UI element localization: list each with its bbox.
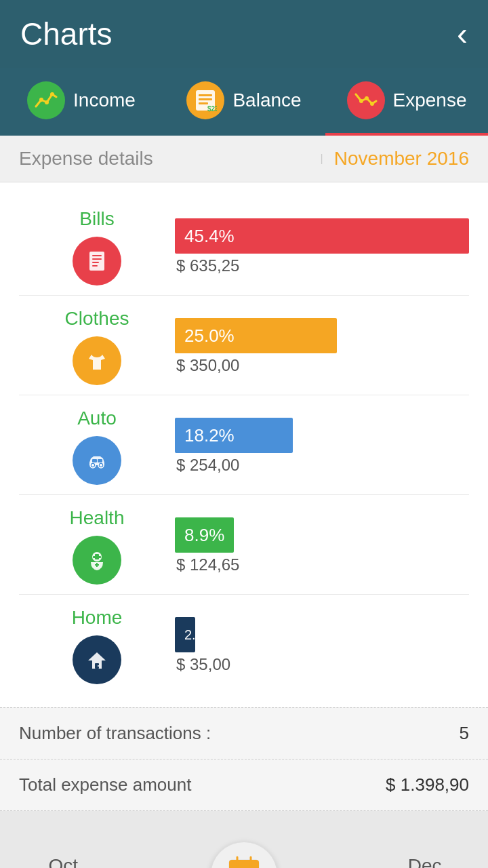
transactions-value: 5 <box>460 723 469 744</box>
prev-arrow-icon[interactable]: ‹ <box>27 861 37 868</box>
nav-next[interactable]: Dec 2016 › <box>407 855 461 868</box>
bar-clothes: 25.0% <box>175 318 337 353</box>
auto-icon <box>73 436 121 485</box>
bar-amount-home: $ 35,00 <box>175 655 469 674</box>
bar-percent-clothes: 25.0% <box>184 326 235 347</box>
bar-home: 2.5% <box>175 617 195 652</box>
bar-amount-health: $ 124,65 <box>175 555 469 574</box>
back-button[interactable]: ‹ <box>457 18 468 50</box>
bar-area-auto: 18.2% $ 254,00 <box>175 418 469 475</box>
svg-rect-21 <box>98 459 102 462</box>
svg-rect-14 <box>92 262 99 263</box>
expense-tab-label: Expense <box>393 90 467 111</box>
clothes-icon <box>73 336 121 385</box>
page-title: Charts <box>20 16 112 52</box>
bills-icon <box>73 237 121 285</box>
category-row-bills: Bills 45.4% $ 635,25 <box>0 196 488 292</box>
svg-point-2 <box>50 92 54 96</box>
summary-section: Number of transactions : 5 Total expense… <box>0 707 488 811</box>
svg-point-1 <box>45 100 49 104</box>
nav-prev[interactable]: ‹ Oct 2016 <box>27 855 81 868</box>
svg-rect-6 <box>199 102 208 104</box>
category-name-auto: Auto <box>77 408 117 429</box>
svg-rect-24 <box>93 556 101 558</box>
income-tab-icon <box>27 81 65 119</box>
prev-month-name: Oct <box>49 855 79 868</box>
category-left-bills: Bills <box>19 208 175 285</box>
section-title: Expense details <box>19 148 153 170</box>
svg-rect-4 <box>199 94 212 96</box>
bar-area-bills: 45.4% $ 635,25 <box>175 218 469 275</box>
bar-amount-bills: $ 635,25 <box>175 256 469 275</box>
category-row-home: Home 2.5% $ 35,00 <box>0 595 488 691</box>
section-header: Expense details | November 2016 <box>0 136 488 182</box>
prev-month-text: Oct 2016 <box>45 855 81 868</box>
home-icon <box>73 635 121 684</box>
svg-rect-5 <box>199 98 212 100</box>
section-divider: | <box>321 153 323 165</box>
svg-rect-12 <box>92 255 102 256</box>
bottom-navigation: ‹ Oct 2016 Dec <box>0 811 488 868</box>
category-name-health: Health <box>70 507 125 529</box>
transactions-row: Number of transactions : 5 <box>0 708 488 760</box>
svg-rect-20 <box>92 459 97 462</box>
bar-auto: 18.2% <box>175 418 293 453</box>
bar-amount-clothes: $ 350,00 <box>175 356 469 375</box>
category-name-clothes: Clothes <box>65 308 129 330</box>
balance-tab-icon: $23 <box>186 81 224 119</box>
category-left-home: Home <box>19 607 175 684</box>
svg-point-0 <box>39 98 43 102</box>
transactions-label: Number of transactions : <box>19 723 211 744</box>
bar-area-clothes: 25.0% $ 350,00 <box>175 318 469 375</box>
total-value: $ 1.398,90 <box>386 774 469 795</box>
bar-area-health: 8.9% $ 124,65 <box>175 517 469 574</box>
total-row: Total expense amount $ 1.398,90 <box>0 760 488 811</box>
tab-bar: Income $23 Balance Expense <box>0 68 488 136</box>
section-date-area: | November 2016 <box>321 148 469 170</box>
next-month-name: Dec <box>408 855 442 868</box>
svg-text:$23: $23 <box>207 105 217 113</box>
tab-expense[interactable]: Expense <box>325 68 488 136</box>
balance-tab-label: Balance <box>232 90 301 111</box>
category-row-auto: Auto 18.2% $ 254,00 <box>0 395 488 492</box>
tab-income[interactable]: Income <box>0 68 163 136</box>
section-date: November 2016 <box>334 148 469 170</box>
calendar-button[interactable] <box>210 842 278 868</box>
bar-percent-auto: 18.2% <box>184 425 235 446</box>
total-label: Total expense amount <box>19 774 191 795</box>
svg-point-29 <box>98 665 99 667</box>
bar-percent-health: 8.9% <box>184 525 224 546</box>
bar-area-home: 2.5% $ 35,00 <box>175 617 469 674</box>
expense-list: Bills 45.4% $ 635,25 Clothes <box>0 182 488 707</box>
category-row-health: Health 8.9% $ 124,65 <box>0 495 488 591</box>
svg-point-9 <box>365 96 369 100</box>
income-tab-label: Income <box>73 90 136 111</box>
next-month-text: Dec 2016 <box>407 855 443 868</box>
svg-point-10 <box>370 102 374 106</box>
category-left-health: Health <box>19 507 175 585</box>
category-left-auto: Auto <box>19 408 175 485</box>
category-name-bills: Bills <box>79 208 114 230</box>
next-arrow-icon[interactable]: › <box>451 861 461 868</box>
bar-amount-auto: $ 254,00 <box>175 456 469 475</box>
header: Charts ‹ <box>0 0 488 68</box>
svg-rect-13 <box>92 258 102 260</box>
bar-percent-home: 2.5% <box>184 627 216 643</box>
category-left-clothes: Clothes <box>19 308 175 385</box>
bar-health: 8.9% <box>175 517 234 553</box>
svg-point-18 <box>92 464 94 467</box>
svg-rect-15 <box>92 265 98 267</box>
svg-point-8 <box>359 99 363 103</box>
calendar-icon <box>226 854 262 868</box>
category-row-clothes: Clothes 25.0% $ 350,00 <box>0 296 488 392</box>
bar-bills: 45.4% <box>175 218 469 254</box>
bar-percent-bills: 45.4% <box>184 226 235 247</box>
category-name-home: Home <box>72 607 123 629</box>
svg-rect-11 <box>89 252 104 271</box>
svg-rect-32 <box>229 865 259 868</box>
svg-point-19 <box>100 464 102 467</box>
health-icon <box>73 536 121 585</box>
expense-tab-icon <box>347 81 385 119</box>
tab-balance[interactable]: $23 Balance <box>163 68 325 136</box>
